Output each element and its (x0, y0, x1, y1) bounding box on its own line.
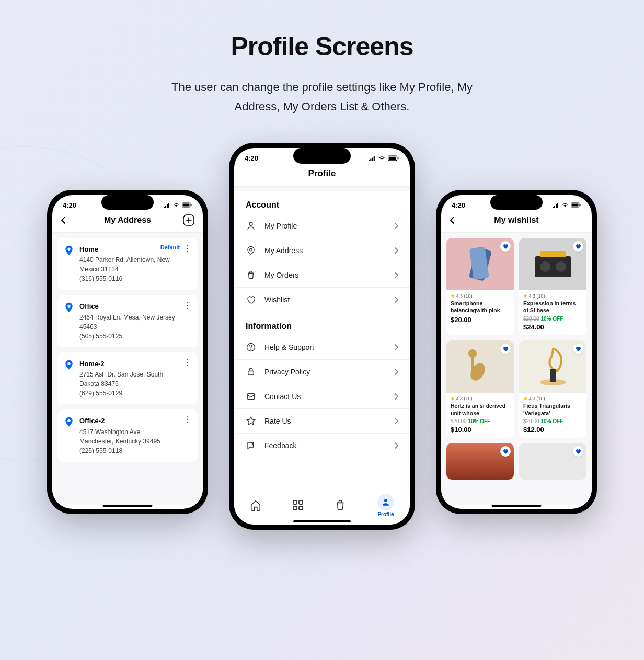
address-card[interactable]: Home 4140 Parker Rd. Allentown, New Mexi… (58, 238, 198, 290)
location-icon (65, 417, 74, 426)
discount-badge: 10% OFF (540, 418, 563, 424)
address-phone: (225) 555-0118 (79, 446, 190, 456)
chevron-right-icon (394, 368, 398, 375)
chevron-right-icon (394, 271, 398, 279)
heart-icon[interactable] (500, 344, 511, 354)
address-line: 4517 Washington Ave. (79, 427, 190, 437)
menu-label: Contact Us (264, 392, 386, 401)
address-name: Home-2 (79, 359, 190, 369)
default-badge: Default (160, 244, 180, 251)
address-line: Mexico 31134 (79, 265, 190, 274)
svg-point-20 (384, 499, 387, 502)
account-row[interactable]: My Profile (234, 214, 410, 238)
wishlist-card[interactable]: ★ 4.3 (10) Expression in terms of SI bas… (519, 238, 586, 335)
menu-icon (246, 367, 256, 377)
nav-profile[interactable]: Profile (377, 494, 394, 517)
chevron-right-icon (394, 247, 398, 254)
nav-categories[interactable] (293, 500, 303, 510)
svg-point-6 (67, 362, 70, 365)
more-icon[interactable]: ⋮ (183, 415, 191, 425)
info-row[interactable]: Help & Support (234, 335, 410, 360)
page-subtitle: The user can change the profile settings… (0, 77, 644, 117)
back-button[interactable] (61, 216, 66, 224)
address-card[interactable]: Office-2 4517 Washington Ave. Manchester… (58, 409, 198, 462)
account-row[interactable]: My Address (234, 238, 410, 263)
chevron-right-icon (394, 222, 398, 230)
location-icon (65, 302, 74, 312)
location-icon (65, 360, 74, 369)
address-line: 2464 Royal Ln. Mesa, New Jersey (79, 313, 190, 322)
chevron-right-icon (394, 442, 398, 449)
old-price: $20.00 (523, 418, 539, 424)
heart-icon[interactable] (573, 241, 583, 252)
account-row[interactable]: My Orders (234, 263, 410, 288)
more-icon[interactable]: ⋮ (183, 300, 191, 310)
svg-rect-18 (293, 506, 297, 510)
address-card[interactable]: Home-2 2715 Ash Dr. San Jose, South Dako… (58, 352, 198, 405)
back-button[interactable] (450, 216, 455, 224)
menu-label: Help & Support (264, 343, 386, 351)
add-button[interactable] (183, 214, 194, 226)
nav-home[interactable] (250, 499, 261, 511)
wishlist-card[interactable] (446, 443, 514, 480)
address-phone: (629) 555-0129 (79, 389, 190, 398)
menu-icon (246, 392, 256, 401)
menu-label: Wishlist (264, 295, 386, 304)
svg-rect-16 (293, 500, 297, 504)
svg-point-5 (67, 305, 70, 308)
address-phone: (316) 555-0116 (79, 274, 190, 283)
product-price: $24.00 (523, 323, 582, 331)
chevron-right-icon (394, 344, 398, 351)
info-row[interactable]: Rate Us (234, 409, 410, 434)
status-time: 4:20 (452, 201, 465, 209)
heart-icon[interactable] (573, 446, 583, 457)
heart-icon[interactable] (500, 241, 511, 252)
info-row[interactable]: Feedback (234, 434, 410, 458)
product-rating: ★ 4.3 (10) (451, 293, 510, 299)
product-rating: ★ 4.3 (10) (523, 396, 582, 401)
svg-rect-2 (191, 204, 192, 206)
svg-rect-27 (540, 251, 566, 257)
screen-title: Profile (308, 168, 336, 179)
svg-point-29 (556, 261, 566, 272)
product-rating: ★ 4.3 (10) (451, 396, 510, 401)
old-price: $20.00 (451, 418, 467, 424)
wishlist-card[interactable]: ★ 4.3 (10) Smartphone balancingwith pink… (446, 238, 514, 335)
menu-label: My Address (264, 246, 386, 255)
product-title: Expression in terms of SI base (523, 300, 582, 314)
more-icon[interactable]: ⋮ (183, 358, 191, 368)
svg-rect-23 (580, 204, 581, 206)
product-title: Smartphone balancingwith pink (451, 300, 510, 314)
more-icon[interactable]: ⋮ (183, 243, 191, 253)
heart-icon[interactable] (573, 344, 583, 354)
product-rating: ★ 4.3 (10) (523, 293, 582, 299)
wishlist-card[interactable]: ★ 4.3 (10) Hertz is an si derived unit w… (446, 340, 514, 438)
svg-rect-15 (247, 394, 255, 400)
old-price: $20.00 (523, 316, 539, 322)
info-row[interactable]: Contact Us (234, 384, 410, 409)
svg-point-12 (250, 248, 252, 251)
address-name: Office (79, 301, 190, 312)
menu-icon (246, 441, 256, 450)
svg-rect-9 (389, 157, 396, 160)
menu-icon (246, 270, 256, 280)
chevron-right-icon (394, 417, 398, 425)
address-name: Office-2 (79, 416, 190, 426)
address-card[interactable]: Office 2464 Royal Ln. Mesa, New Jersey 4… (58, 295, 198, 347)
phone-wishlist: 4:20 My wishlist ★ 4.3 ( (436, 190, 597, 514)
wishlist-card[interactable] (519, 443, 586, 480)
nav-cart[interactable] (335, 499, 346, 511)
heart-icon[interactable] (500, 446, 511, 457)
account-row[interactable]: Wishlist (234, 288, 410, 312)
menu-label: Rate Us (264, 417, 386, 425)
discount-badge: 10% OFF (540, 316, 563, 322)
menu-icon (246, 246, 256, 255)
status-icons (368, 155, 399, 161)
product-price: $12.00 (523, 426, 582, 434)
info-row[interactable]: Privacy Policy (234, 360, 410, 384)
bottom-nav: Profile (234, 488, 410, 525)
svg-rect-1 (183, 204, 190, 207)
status-time: 4:20 (245, 154, 258, 162)
wishlist-card[interactable]: ★ 4.3 (10) Ficus Triangularis 'Variegata… (519, 340, 586, 438)
svg-point-28 (540, 261, 550, 272)
